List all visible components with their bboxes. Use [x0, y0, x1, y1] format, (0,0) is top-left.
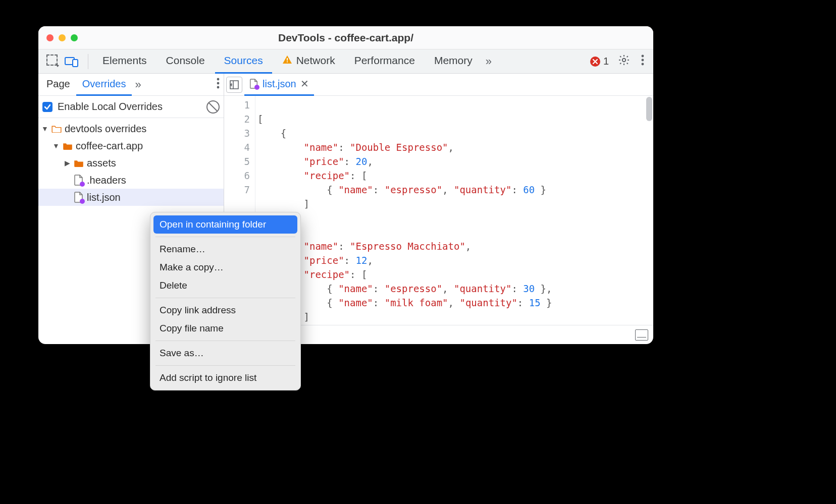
- warning-icon: [282, 54, 292, 67]
- context-menu-separator: [155, 298, 295, 298]
- ctx-save-as[interactable]: Save as…: [153, 344, 297, 362]
- line-number: 6: [224, 169, 250, 183]
- tab-performance[interactable]: Performance: [345, 49, 424, 74]
- line-number: 7: [224, 183, 250, 197]
- svg-rect-1: [73, 60, 78, 67]
- tree-folder-site[interactable]: ▼ coffee-cart.app: [38, 137, 224, 154]
- folder-closed-icon: [63, 142, 73, 150]
- file-tree: ▼ devtools overrides ▼ coffee-cart.app ▶…: [38, 118, 224, 206]
- divider: [88, 54, 88, 69]
- titlebar: DevTools - coffee-cart.app/: [38, 26, 653, 49]
- more-panels-chevron-icon[interactable]: »: [483, 55, 495, 68]
- tab-network[interactable]: Network: [273, 49, 344, 74]
- enable-overrides-checkbox[interactable]: [42, 102, 53, 112]
- line-number: 3: [224, 126, 250, 140]
- tab-memory[interactable]: Memory: [425, 49, 482, 74]
- tree-file-headers-label: .headers: [87, 175, 126, 186]
- inspect-element-icon[interactable]: [46, 54, 58, 68]
- file-icon: [74, 175, 84, 186]
- open-file-tabs: list.json ✕: [224, 74, 653, 96]
- ctx-rename[interactable]: Rename…: [153, 240, 297, 258]
- file-tab-label: list.json: [263, 78, 296, 90]
- error-icon: [590, 57, 600, 67]
- device-toolbar-icon[interactable]: [65, 56, 79, 67]
- panel-tabs: Elements Console Sources Network Perform…: [38, 49, 653, 74]
- devtools-window: DevTools - coffee-cart.app/ Elements Con…: [38, 26, 653, 344]
- context-menu-separator: [155, 341, 295, 341]
- navigator-more-chevron-icon[interactable]: »: [132, 78, 144, 91]
- window-title: DevTools - coffee-cart.app/: [38, 32, 653, 44]
- svg-point-7: [642, 63, 644, 66]
- navigator-tab-overrides[interactable]: Overrides: [76, 74, 132, 96]
- file-icon: [74, 192, 84, 203]
- context-menu-separator: [155, 365, 295, 366]
- tree-file-headers[interactable]: .headers: [38, 172, 224, 189]
- tree-folder-root[interactable]: ▼ devtools overrides: [38, 120, 224, 137]
- sources-body: Page Overrides » Enable Local Overrides …: [38, 74, 653, 344]
- navigator-kebab-icon[interactable]: [215, 76, 222, 93]
- clear-overrides-icon[interactable]: [206, 100, 220, 114]
- line-number: 4: [224, 140, 250, 154]
- coverage-toggle-icon[interactable]: [635, 329, 648, 341]
- chevron-down-icon: ▼: [41, 125, 48, 133]
- close-window-button[interactable]: [46, 34, 54, 41]
- file-tab-listjson[interactable]: list.json ✕: [244, 74, 314, 96]
- tree-folder-assets-label: assets: [87, 157, 116, 169]
- error-count-value: 1: [603, 55, 609, 67]
- tree-file-listjson-label: list.json: [87, 192, 121, 203]
- tab-elements[interactable]: Elements: [93, 49, 156, 74]
- line-number: 1: [224, 98, 250, 112]
- modified-dot-icon: [80, 199, 85, 204]
- context-menu-separator: [155, 237, 295, 237]
- ctx-copy-link[interactable]: Copy link address: [153, 301, 297, 319]
- scrollbar-thumb[interactable]: [646, 97, 652, 121]
- chevron-right-icon: ▶: [64, 159, 71, 167]
- tab-sources[interactable]: Sources: [215, 49, 272, 74]
- line-number: 2: [224, 112, 250, 126]
- svg-point-9: [217, 82, 220, 85]
- tree-folder-root-label: devtools overrides: [65, 123, 146, 135]
- window-controls: [46, 34, 78, 41]
- svg-point-5: [642, 55, 644, 58]
- chevron-down-icon: ▼: [53, 142, 60, 150]
- folder-open-icon: [51, 125, 62, 133]
- zoom-window-button[interactable]: [71, 34, 78, 41]
- modified-dot-icon: [80, 182, 85, 187]
- tree-folder-assets[interactable]: ▶ assets: [38, 154, 224, 172]
- line-number: 5: [224, 154, 250, 169]
- svg-rect-2: [287, 58, 288, 61]
- tab-console[interactable]: Console: [157, 49, 214, 74]
- minimize-window-button[interactable]: [59, 34, 66, 41]
- svg-point-6: [642, 59, 644, 62]
- ctx-open-in-folder[interactable]: Open in containing folder: [153, 215, 297, 234]
- file-icon: [249, 79, 258, 89]
- navigator-toggle-icon[interactable]: [226, 77, 242, 93]
- tree-file-listjson[interactable]: list.json: [38, 189, 224, 206]
- navigator-tabs: Page Overrides »: [38, 74, 224, 96]
- folder-closed-icon: [74, 159, 84, 167]
- navigator-tab-page[interactable]: Page: [40, 74, 76, 96]
- svg-point-8: [217, 78, 220, 81]
- modified-dot-icon: [254, 85, 259, 90]
- svg-point-10: [217, 86, 220, 89]
- settings-gear-icon[interactable]: [616, 52, 632, 71]
- more-options-kebab-icon[interactable]: [639, 52, 646, 70]
- ctx-copy-filename[interactable]: Copy file name: [153, 319, 297, 338]
- code-content[interactable]: [ { "name": "Double Espresso", "price": …: [255, 96, 653, 325]
- tree-folder-site-label: coffee-cart.app: [76, 140, 143, 152]
- tab-network-label: Network: [296, 54, 335, 67]
- error-count[interactable]: 1: [590, 55, 609, 67]
- svg-rect-3: [287, 62, 288, 63]
- enable-overrides-row: Enable Local Overrides: [38, 96, 224, 118]
- context-menu: Open in containing folder Rename… Make a…: [150, 212, 301, 390]
- ctx-ignore-list[interactable]: Add script to ignore list: [153, 369, 297, 387]
- enable-overrides-label: Enable Local Overrides: [58, 101, 201, 113]
- svg-point-4: [622, 59, 625, 62]
- ctx-delete[interactable]: Delete: [153, 276, 297, 295]
- close-tab-icon[interactable]: ✕: [300, 78, 309, 90]
- ctx-make-copy[interactable]: Make a copy…: [153, 258, 297, 276]
